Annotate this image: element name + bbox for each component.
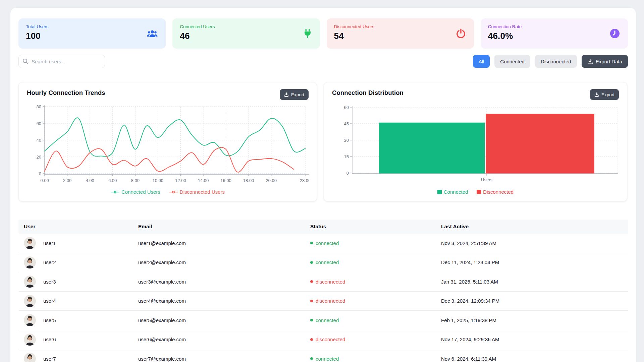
line-marker-icon bbox=[111, 190, 119, 194]
stat-label: Connection Rate bbox=[488, 24, 621, 29]
table-row: user4 user4@example.com disconnected Dec… bbox=[18, 292, 628, 311]
export-chart-button[interactable]: Export bbox=[280, 89, 309, 100]
last-active: Nov 17, 2024, 9:29:36 AM bbox=[436, 337, 628, 342]
svg-text:16:00: 16:00 bbox=[220, 178, 231, 183]
user-email: user2@example.com bbox=[133, 259, 305, 265]
export-data-button[interactable]: Export Data bbox=[582, 55, 628, 68]
hourly-trends-line-chart: 0204060800:002:004:006:008:0010:0012:001… bbox=[27, 103, 309, 186]
chart-header: Connection Distribution Export bbox=[332, 89, 619, 101]
distribution-bar-chart: 015304560Users bbox=[332, 103, 620, 186]
chart-title: Connection Distribution bbox=[332, 89, 404, 97]
svg-text:60: 60 bbox=[344, 105, 349, 110]
chart-title: Hourly Connection Trends bbox=[27, 89, 105, 97]
legend-item-connected: Connected bbox=[437, 189, 468, 195]
svg-text:20: 20 bbox=[37, 155, 41, 160]
dashboard-container: Total Users 100 Connected Users 46 Di bbox=[10, 8, 636, 362]
svg-text:8:00: 8:00 bbox=[131, 178, 140, 183]
status-dot bbox=[310, 242, 313, 244]
col-last-active: Last Active bbox=[436, 224, 628, 230]
last-active: Dec 3, 2024, 12:09:34 PM bbox=[436, 298, 628, 304]
svg-text:45: 45 bbox=[344, 121, 349, 126]
clock-icon bbox=[610, 28, 620, 39]
avatar bbox=[24, 353, 36, 362]
svg-text:0: 0 bbox=[39, 171, 41, 176]
download-icon bbox=[587, 59, 593, 64]
user-name: user1 bbox=[43, 240, 56, 246]
table-row: user7 user7@example.com connected Nov 6,… bbox=[18, 349, 628, 362]
svg-text:30: 30 bbox=[344, 138, 349, 143]
status-text: disconnected bbox=[316, 279, 345, 285]
svg-text:60: 60 bbox=[37, 121, 41, 126]
user-email: user4@example.com bbox=[133, 298, 305, 304]
chart-header: Hourly Connection Trends Export bbox=[27, 89, 309, 101]
user-email: user6@example.com bbox=[133, 337, 305, 342]
last-active: Nov 3, 2024, 2:51:39 AM bbox=[436, 240, 628, 246]
status-text: disconnected bbox=[316, 337, 345, 342]
user-name: user3 bbox=[43, 279, 56, 285]
col-status: Status bbox=[305, 224, 436, 230]
status-dot bbox=[310, 300, 313, 302]
avatar bbox=[24, 256, 36, 268]
stat-card-connected-users: Connected Users 46 bbox=[172, 18, 320, 49]
status-text: connected bbox=[316, 240, 339, 246]
user-email: user1@example.com bbox=[133, 240, 305, 246]
controls-row: All Connected Disconnected Export Data bbox=[18, 55, 628, 68]
stat-value: 46.0% bbox=[488, 31, 621, 41]
export-data-label: Export Data bbox=[596, 59, 622, 64]
col-user: User bbox=[18, 224, 133, 230]
table-header: User Email Status Last Active bbox=[18, 220, 628, 234]
user-email: user7@example.com bbox=[133, 356, 305, 362]
stat-label: Disconnected Users bbox=[334, 24, 467, 29]
users-table: User Email Status Last Active user1 user… bbox=[18, 220, 628, 362]
avatar bbox=[24, 314, 36, 326]
plug-icon bbox=[303, 28, 312, 39]
line-marker-icon bbox=[169, 190, 178, 194]
status-text: connected bbox=[316, 259, 339, 265]
avatar bbox=[24, 295, 36, 307]
status-dot bbox=[310, 261, 313, 264]
avatar bbox=[24, 334, 36, 346]
svg-text:6:00: 6:00 bbox=[108, 178, 117, 183]
status-text: disconnected bbox=[316, 298, 345, 304]
avatar bbox=[24, 276, 36, 288]
svg-text:80: 80 bbox=[37, 104, 41, 109]
svg-text:23:00: 23:00 bbox=[300, 178, 309, 183]
power-icon bbox=[456, 28, 466, 39]
search-icon bbox=[22, 58, 29, 66]
user-name: user4 bbox=[43, 298, 56, 304]
table-row: user6 user6@example.com disconnected Nov… bbox=[18, 330, 628, 350]
stats-row: Total Users 100 Connected Users 46 Di bbox=[18, 18, 628, 49]
legend-square-icon bbox=[477, 190, 481, 194]
status-dot bbox=[310, 280, 313, 283]
filter-group: All Connected Disconnected Export Data bbox=[473, 55, 628, 68]
stat-label: Total Users bbox=[26, 24, 158, 29]
export-label: Export bbox=[291, 92, 304, 97]
filter-connected-button[interactable]: Connected bbox=[494, 55, 530, 68]
hourly-trends-card: Hourly Connection Trends Export 02040608… bbox=[18, 82, 317, 201]
svg-text:10:00: 10:00 bbox=[153, 178, 164, 183]
users-icon bbox=[147, 29, 158, 38]
avatar bbox=[24, 237, 36, 249]
svg-text:12:00: 12:00 bbox=[175, 178, 186, 183]
svg-text:0: 0 bbox=[346, 171, 349, 176]
user-name: user7 bbox=[43, 356, 56, 362]
svg-text:0:00: 0:00 bbox=[40, 178, 49, 183]
svg-text:40: 40 bbox=[37, 138, 41, 143]
stat-card-total-users: Total Users 100 bbox=[18, 18, 166, 49]
legend-item-connected-users: Connected Users bbox=[111, 189, 160, 195]
user-email: user3@example.com bbox=[133, 279, 305, 285]
filter-disconnected-button[interactable]: Disconnected bbox=[535, 55, 577, 68]
filter-all-button[interactable]: All bbox=[473, 55, 490, 68]
last-active: Feb 1, 2025, 1:19:38 PM bbox=[436, 317, 628, 323]
stat-card-connection-rate: Connection Rate 46.0% bbox=[481, 18, 628, 49]
stat-value: 100 bbox=[26, 31, 158, 41]
search-input[interactable] bbox=[18, 55, 105, 68]
user-name: user6 bbox=[43, 337, 56, 342]
col-email: Email bbox=[133, 224, 305, 230]
svg-text:Users: Users bbox=[481, 177, 492, 182]
export-chart-button[interactable]: Export bbox=[590, 89, 619, 100]
stat-label: Connected Users bbox=[180, 24, 312, 29]
distribution-card: Connection Distribution Export 015304560… bbox=[324, 82, 627, 201]
status-text: connected bbox=[316, 317, 339, 323]
stat-value: 46 bbox=[180, 31, 312, 41]
